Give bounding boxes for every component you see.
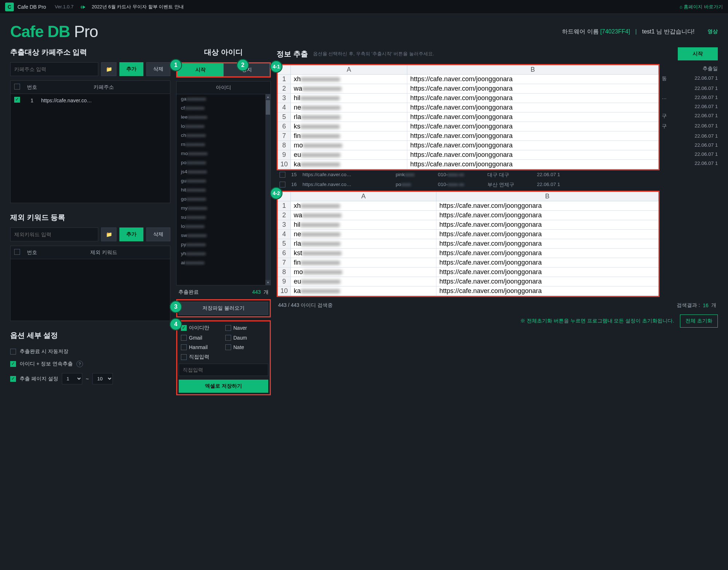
result-label: 검색결과 : xyxy=(677,302,700,309)
id-list-item[interactable]: js4xxxxxxxx xyxy=(177,167,270,176)
header-row: Cafe DB Pro 하드웨어 이름 [74023FF4] | test1 님… xyxy=(0,14,728,44)
save-excel-button[interactable]: 엑셀로 저장하기 xyxy=(179,380,268,393)
cafe-url-input[interactable] xyxy=(10,62,98,76)
row-checkbox[interactable] xyxy=(280,172,285,178)
video-link[interactable]: 영상 xyxy=(708,28,718,35)
row-url: https://cafe.naver.co… xyxy=(302,172,390,179)
id-list-item[interactable]: moxxxxxxxx xyxy=(177,149,270,158)
search-status: 443 / 443 아이디 검색중 xyxy=(278,302,333,309)
id-list[interactable]: gaxxxxxxxxcfxxxxxxxxleexxxxxxxxloxxxxxxx… xyxy=(176,94,271,285)
exclude-table-head: 번호 제외 키워드 xyxy=(10,246,170,259)
chain-extract-checkbox[interactable] xyxy=(10,361,16,367)
excel-row: 4nexxxxxxxxxxxxhttps://cafe.naver.com/jo… xyxy=(278,103,658,112)
scroll-up-icon[interactable]: ▴ xyxy=(265,94,270,99)
done-label: 추출완료 xyxy=(178,289,199,296)
filter-nate[interactable]: Nate xyxy=(225,344,266,350)
reset-all-button[interactable]: 전체 초기화 xyxy=(680,314,718,328)
row-date: 22.06.07 1 xyxy=(537,172,560,179)
direct-input[interactable] xyxy=(179,364,268,376)
badge-4-2: 4-2 xyxy=(270,187,282,199)
filter-idonly-label: 아이디만 xyxy=(189,325,209,331)
info-title: 정보 추출 xyxy=(277,49,308,59)
filter-naver-checkbox[interactable] xyxy=(225,325,231,331)
cafe-row-num: 1 xyxy=(23,98,41,103)
id-list-item[interactable]: loxxxxxxxx xyxy=(177,222,270,231)
add-cafe-button[interactable]: 추가 xyxy=(119,62,143,76)
id-list-item[interactable]: myxxxxxxxx xyxy=(177,203,270,213)
scrollbar[interactable]: ▴ ▾ xyxy=(265,94,270,285)
id-list-item[interactable]: poxxxxxxxx xyxy=(177,158,270,167)
filter-naver-label: Naver xyxy=(233,325,247,331)
home-link[interactable]: ⌂ 홈페이지 바로가기 xyxy=(680,4,723,10)
id-list-item[interactable]: hitxxxxxxxx xyxy=(177,185,270,194)
excel-row: 4nexxxxxxxxxxxxhttps://cafe.naver.com/jo… xyxy=(278,230,658,239)
excel-row: 3hilxxxxxxxxxxxxhttps://cafe.naver.com/j… xyxy=(278,220,658,230)
scrollbar-thumb[interactable] xyxy=(266,100,270,115)
folder-icon[interactable]: 📁 xyxy=(101,227,116,241)
id-list-item[interactable]: guxxxxxxxx xyxy=(177,176,270,185)
cafe-row-checkbox[interactable] xyxy=(14,97,20,103)
row-date: 22.06.07 1 xyxy=(537,182,560,189)
col-number: 번호 xyxy=(23,249,41,256)
filter-direct-checkbox[interactable] xyxy=(181,354,187,360)
id-list-item[interactable]: suxxxxxxxx xyxy=(177,213,270,222)
home-link-label: 홈페이지 바로가기 xyxy=(684,4,723,9)
excel-row: 9euxxxxxxxxxxxxhttps://cafe.naver.com/jo… xyxy=(278,150,658,160)
filter-idonly[interactable]: 아이디만 xyxy=(181,325,222,331)
select-all-cafe-checkbox[interactable] xyxy=(14,84,20,90)
folder-icon[interactable]: 📁 xyxy=(101,62,116,76)
result-count: 16 xyxy=(703,302,709,308)
id-list-item[interactable]: leexxxxxxxx xyxy=(177,112,270,122)
id-list-item[interactable]: yhxxxxxxxx xyxy=(177,249,270,258)
sound-icon[interactable]: 🕪 xyxy=(80,4,85,10)
id-list-item[interactable]: chxxxxxxxx xyxy=(177,131,270,140)
filter-daum[interactable]: Daum xyxy=(225,335,266,341)
page-to-select[interactable]: 10 xyxy=(92,373,113,384)
filter-gmail[interactable]: Gmail xyxy=(181,335,222,341)
id-list-item[interactable]: goxxxxxxxx xyxy=(177,194,270,203)
id-list-item[interactable]: pyxxxxxxxx xyxy=(177,240,270,249)
id-list-item[interactable]: loxxxxxxxx xyxy=(177,122,270,131)
excel-row: 5rlaxxxxxxxxxxxxhttps://cafe.naver.com/j… xyxy=(278,112,658,122)
side-date-row: 22.06.07 1 xyxy=(662,140,718,150)
add-keyword-button[interactable]: 추가 xyxy=(119,227,143,241)
filter-direct[interactable]: 직접입력 xyxy=(181,354,222,360)
row-checkbox[interactable] xyxy=(280,182,285,187)
exclude-keyword-input[interactable] xyxy=(10,227,98,241)
info-start-button[interactable]: 시작 xyxy=(678,47,718,60)
id-list-item[interactable]: cfxxxxxxxx xyxy=(177,103,270,112)
badge-4-1: 4-1 xyxy=(270,60,282,73)
filter-daum-checkbox[interactable] xyxy=(225,335,231,341)
filter-direct-label: 직접입력 xyxy=(189,354,209,360)
filter-gmail-checkbox[interactable] xyxy=(181,335,187,341)
load-file-button[interactable]: 저장파일 불러오기 xyxy=(179,302,268,315)
filter-nate-checkbox[interactable] xyxy=(225,344,231,350)
delete-keyword-button[interactable]: 삭제 xyxy=(146,227,170,241)
keyword-list xyxy=(10,259,170,321)
excel-row: 1xhxxxxxxxxxxxxhttps://cafe.naver.com/jo… xyxy=(278,75,658,84)
autosave-checkbox[interactable] xyxy=(10,349,16,355)
id-list-item[interactable]: swxxxxxxxx xyxy=(177,231,270,240)
start-extract-button[interactable]: 시작 xyxy=(177,63,223,76)
filter-naver[interactable]: Naver xyxy=(225,325,266,331)
side-date-row: …22.06.07 1 xyxy=(662,93,718,102)
cafe-row[interactable]: 1 https://cafe.naver.co… xyxy=(11,94,170,107)
id-list-item[interactable]: gaxxxxxxxx xyxy=(177,94,270,103)
badge-1: 1 xyxy=(170,59,182,71)
page-from-select[interactable]: 1 xyxy=(62,373,82,384)
excel-preview-1: AB1xhxxxxxxxxxxxxhttps://cafe.naver.com/… xyxy=(277,64,660,170)
id-list-item[interactable]: aixxxxxxxx xyxy=(177,258,270,267)
chain-label: 아이디 + 정보 연속추출 xyxy=(20,361,73,367)
excel-row: 7finxxxxxxxxxxxxhttps://cafe.naver.com/j… xyxy=(278,131,658,141)
help-icon[interactable]: ? xyxy=(76,361,83,367)
select-all-keyword-checkbox[interactable] xyxy=(14,249,20,255)
delete-cafe-button[interactable]: 삭제 xyxy=(146,62,170,76)
excel-row: 7finxxxxxxxxxxxxhttps://cafe.naver.com/j… xyxy=(278,258,658,268)
filter-hanmail[interactable]: Hanmail xyxy=(181,344,222,350)
page-setting-checkbox[interactable] xyxy=(10,376,16,382)
username: test1 xyxy=(642,28,655,35)
id-list-item[interactable]: rnxxxxxxxx xyxy=(177,140,270,149)
date-header: 추출일 xyxy=(662,64,718,74)
scroll-down-icon[interactable]: ▾ xyxy=(265,280,270,285)
filter-hanmail-checkbox[interactable] xyxy=(181,344,187,350)
